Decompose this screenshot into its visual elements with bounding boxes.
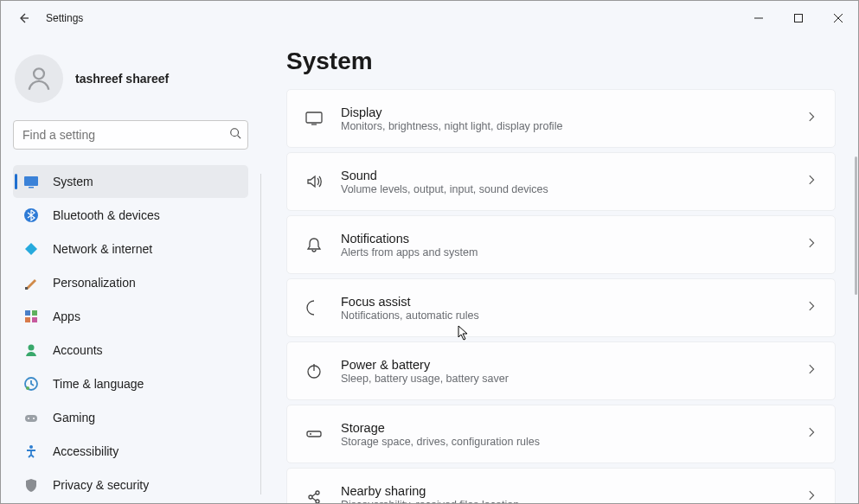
chevron-right-icon	[805, 234, 819, 255]
chevron-right-icon	[805, 171, 819, 192]
sidebar-item-label: Accounts	[53, 343, 103, 357]
sidebar-item-label: Bluetooth & devices	[53, 208, 160, 222]
chevron-right-icon	[805, 108, 819, 129]
main-pane: System DisplayMonitors, brightness, nigh…	[260, 35, 858, 503]
network-icon	[23, 241, 39, 257]
titlebar: Settings	[1, 1, 858, 35]
card-subtitle: Sleep, battery usage, battery saver	[341, 373, 805, 385]
svg-point-5	[231, 129, 239, 137]
accessibility-icon	[23, 443, 39, 459]
svg-rect-1	[795, 15, 803, 22]
search-icon	[229, 127, 241, 143]
card-subtitle: Notifications, automatic rules	[341, 309, 805, 322]
chevron-right-icon	[805, 424, 819, 444]
user-name: tashreef shareef	[75, 72, 169, 86]
page-title: System	[286, 48, 836, 75]
apps-icon	[23, 309, 39, 324]
avatar	[15, 54, 63, 103]
card-body: Nearby sharingDiscoverability, received …	[341, 484, 805, 504]
minimize-button[interactable]	[739, 1, 779, 35]
window-title: Settings	[46, 12, 83, 24]
sidebar-item-apps[interactable]: Apps	[13, 300, 248, 333]
card-body: Focus assistNotifications, automatic rul…	[341, 295, 805, 322]
gaming-icon	[23, 410, 39, 425]
power-icon	[303, 360, 325, 382]
sidebar-item-label: Network & internet	[53, 242, 152, 256]
card-body: SoundVolume levels, output, input, sound…	[341, 169, 805, 195]
card-subtitle: Alerts from apps and system	[341, 246, 805, 258]
arrow-left-icon	[16, 11, 30, 25]
sidebar-item-bluetooth[interactable]: Bluetooth & devices	[13, 199, 248, 232]
settings-card-focus[interactable]: Focus assistNotifications, automatic rul…	[286, 278, 836, 337]
storage-icon	[303, 423, 325, 445]
settings-card-notifications[interactable]: NotificationsAlerts from apps and system	[286, 215, 836, 274]
search-input[interactable]	[13, 120, 248, 150]
settings-card-share[interactable]: Nearby sharingDiscoverability, received …	[286, 468, 836, 503]
sidebar-item-gaming[interactable]: Gaming	[13, 401, 248, 434]
nav-list: SystemBluetooth & devicesNetwork & inter…	[13, 165, 248, 501]
sidebar-item-label: Personalization	[53, 276, 136, 290]
minimize-icon	[754, 14, 763, 22]
sidebar-item-time[interactable]: Time & language	[13, 367, 248, 400]
person-icon	[24, 64, 54, 93]
card-subtitle: Volume levels, output, input, sound devi…	[341, 183, 805, 195]
card-subtitle: Discoverability, received files location	[341, 499, 805, 504]
maximize-icon	[794, 14, 803, 22]
settings-card-display[interactable]: DisplayMonitors, brightness, night light…	[286, 89, 836, 148]
card-title: Display	[341, 105, 805, 119]
sidebar-item-label: Accessibility	[53, 444, 119, 458]
sidebar-item-label: Gaming	[53, 411, 95, 424]
maximize-button[interactable]	[779, 1, 818, 35]
card-title: Nearby sharing	[341, 484, 805, 498]
sidebar-item-system[interactable]: System	[13, 165, 248, 198]
card-body: StorageStorage space, drives, configurat…	[341, 421, 805, 448]
privacy-icon	[23, 477, 39, 493]
system-icon	[23, 174, 39, 189]
sidebar-item-personalization[interactable]: Personalization	[13, 266, 248, 299]
chevron-right-icon	[805, 487, 819, 503]
svg-point-4	[34, 68, 44, 79]
back-button[interactable]	[8, 3, 39, 34]
sidebar-item-network[interactable]: Network & internet	[13, 233, 248, 265]
time-icon	[23, 376, 39, 392]
window-controls	[739, 1, 858, 35]
card-title: Sound	[341, 169, 805, 182]
card-body: Power & batterySleep, battery usage, bat…	[341, 358, 805, 385]
settings-card-power[interactable]: Power & batterySleep, battery usage, bat…	[286, 341, 836, 400]
card-body: NotificationsAlerts from apps and system	[341, 232, 805, 258]
sound-icon	[303, 170, 325, 193]
sidebar-item-accessibility[interactable]: Accessibility	[13, 435, 248, 468]
sidebar-item-label: Apps	[53, 309, 80, 323]
card-title: Power & battery	[341, 358, 805, 372]
card-title: Notifications	[341, 232, 805, 246]
focus-icon	[303, 297, 325, 319]
display-icon	[303, 107, 325, 130]
card-subtitle: Storage space, drives, configuration rul…	[341, 436, 805, 448]
sidebar-item-label: Privacy & security	[53, 478, 149, 492]
scrollbar[interactable]	[855, 156, 857, 295]
card-title: Storage	[341, 421, 805, 435]
sidebar-item-privacy[interactable]: Privacy & security	[13, 469, 248, 501]
chevron-right-icon	[805, 297, 819, 318]
sidebar: tashreef shareef SystemBluetooth & devic…	[1, 35, 260, 503]
bluetooth-icon	[23, 207, 39, 223]
settings-card-storage[interactable]: StorageStorage space, drives, configurat…	[286, 405, 836, 463]
sidebar-item-label: Time & language	[53, 377, 144, 391]
user-profile[interactable]: tashreef shareef	[15, 54, 247, 103]
svg-line-6	[238, 136, 241, 139]
personalization-icon	[23, 275, 39, 290]
card-title: Focus assist	[341, 295, 805, 309]
card-body: DisplayMonitors, brightness, night light…	[341, 105, 805, 132]
close-button[interactable]	[818, 1, 858, 35]
close-icon	[834, 14, 843, 22]
share-icon	[303, 486, 325, 503]
settings-card-list: DisplayMonitors, brightness, night light…	[286, 89, 836, 503]
sidebar-item-label: System	[53, 175, 93, 188]
notifications-icon	[303, 233, 325, 256]
card-subtitle: Monitors, brightness, night light, displ…	[341, 120, 805, 132]
accounts-icon	[23, 342, 39, 358]
search-box	[13, 120, 248, 150]
settings-card-sound[interactable]: SoundVolume levels, output, input, sound…	[286, 152, 836, 211]
chevron-right-icon	[805, 360, 819, 381]
sidebar-item-accounts[interactable]: Accounts	[13, 334, 248, 367]
